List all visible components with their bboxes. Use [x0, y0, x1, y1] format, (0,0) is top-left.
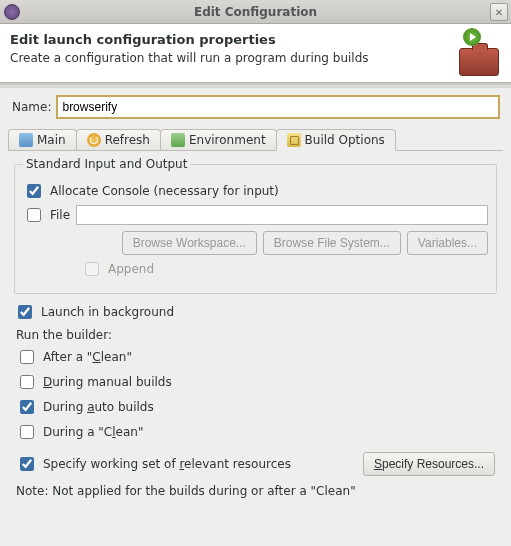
main-icon [19, 133, 33, 147]
close-icon[interactable]: ✕ [490, 3, 508, 21]
refresh-icon [87, 133, 101, 147]
name-input[interactable] [57, 96, 499, 118]
environment-icon [171, 133, 185, 147]
browse-workspace-button[interactable]: Browse Workspace... [122, 231, 257, 255]
during-clean-label: During a "Clean" [43, 425, 143, 439]
tab-main-label: Main [37, 133, 66, 147]
stdio-group: Standard Input and Output Allocate Conso… [14, 157, 497, 294]
specify-resources-button[interactable]: Specify Resources... [363, 452, 495, 476]
tab-refresh-label: Refresh [105, 133, 150, 147]
run-icon [463, 28, 481, 46]
browse-filesystem-button[interactable]: Browse File System... [263, 231, 401, 255]
launch-background-checkbox[interactable] [18, 305, 32, 319]
during-manual-checkbox[interactable] [20, 375, 34, 389]
allocate-console-checkbox[interactable] [27, 184, 41, 198]
append-label: Append [108, 262, 154, 276]
during-manual-label: During manual builds [43, 375, 172, 389]
during-clean-checkbox[interactable] [20, 425, 34, 439]
tab-refresh[interactable]: Refresh [76, 129, 161, 150]
name-label: Name: [12, 100, 51, 114]
file-path-input[interactable] [76, 205, 488, 225]
stdio-group-label: Standard Input and Output [23, 157, 190, 171]
file-label: File [50, 208, 70, 222]
tab-build-options-label: Build Options [305, 133, 385, 147]
allocate-console-label: Allocate Console (necessary for input) [50, 184, 279, 198]
append-checkbox[interactable] [85, 262, 99, 276]
tab-environment[interactable]: Environment [160, 129, 277, 150]
note-text: Note: Not applied for the builds during … [16, 484, 495, 498]
after-clean-label: After a "Clean" [43, 350, 132, 364]
launch-background-label: Launch in background [41, 305, 174, 319]
during-auto-checkbox[interactable] [20, 400, 34, 414]
build-options-panel: Standard Input and Output Allocate Conso… [8, 150, 503, 498]
after-clean-checkbox[interactable] [20, 350, 34, 364]
during-auto-label: During auto builds [43, 400, 154, 414]
window-titlebar: Edit Configuration ✕ [0, 0, 511, 24]
window-title: Edit Configuration [194, 5, 317, 19]
tab-environment-label: Environment [189, 133, 266, 147]
header-subtitle: Create a configuration that will run a p… [10, 51, 501, 65]
header-decorative-icon [449, 30, 495, 76]
dialog-header: Edit launch configuration properties Cre… [0, 24, 511, 82]
tab-bar: Main Refresh Environment Build Options [0, 126, 511, 150]
specify-working-set-checkbox[interactable] [20, 457, 34, 471]
run-builder-label: Run the builder: [16, 328, 495, 342]
app-icon [4, 4, 20, 20]
variables-button[interactable]: Variables... [407, 231, 488, 255]
specify-working-set-label: Specify working set of relevant resource… [43, 457, 291, 471]
toolbox-icon [459, 48, 499, 76]
tab-build-options[interactable]: Build Options [276, 129, 396, 151]
tab-main[interactable]: Main [8, 129, 77, 150]
header-title: Edit launch configuration properties [10, 32, 501, 47]
build-options-icon [287, 133, 301, 147]
file-checkbox[interactable] [27, 208, 41, 222]
